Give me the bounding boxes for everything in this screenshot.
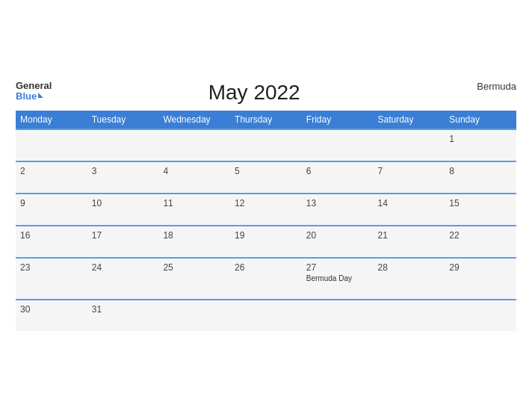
day-number: 11 (163, 198, 226, 208)
day-number: 16 (20, 230, 83, 241)
day-number: 23 (20, 262, 83, 273)
day-number: 6 (306, 166, 369, 176)
event-label: Bermuda Day (306, 274, 369, 282)
calendar-cell (16, 129, 87, 161)
day-number: 28 (378, 262, 441, 273)
calendar-cell: 29 (445, 258, 516, 300)
day-number: 25 (163, 262, 226, 273)
calendar-cell: 27Bermuda Day (302, 258, 374, 300)
logo-general-text: General (16, 81, 52, 91)
day-number: 13 (306, 198, 369, 208)
calendar-cell (374, 129, 445, 161)
day-number: 15 (449, 198, 512, 208)
day-number: 4 (163, 166, 226, 176)
day-number: 3 (92, 166, 155, 176)
calendar-cell (230, 129, 302, 161)
calendar-cell (158, 129, 230, 161)
calendar-week-row: 3031 (16, 300, 516, 331)
calendar-cell: 4 (158, 161, 230, 194)
calendar-cell: 13 (302, 194, 374, 226)
calendar-week-row: 16171819202122 (16, 226, 516, 258)
day-number: 2 (20, 166, 83, 176)
calendar-week-row: 1 (16, 129, 516, 161)
calendar-cell: 11 (158, 194, 230, 226)
logo-triangle-icon (38, 93, 43, 98)
calendar-cell (445, 300, 516, 331)
logo-blue-text: Blue (16, 91, 43, 102)
calendar-cell: 26 (230, 258, 302, 300)
day-number: 27 (306, 262, 369, 273)
weekday-header-wednesday: Wednesday (158, 111, 230, 129)
calendar-cell: 30 (16, 300, 87, 331)
day-number: 30 (20, 304, 83, 315)
weekday-header-friday: Friday (302, 111, 374, 129)
day-number: 21 (378, 230, 441, 241)
calendar-cell: 16 (16, 226, 87, 258)
calendar-cell: 25 (158, 258, 230, 300)
calendar-cell: 15 (445, 194, 516, 226)
day-number: 29 (449, 262, 512, 273)
day-number: 12 (235, 198, 297, 208)
calendar-cell: 3 (87, 161, 159, 194)
weekday-header-row: MondayTuesdayWednesdayThursdayFridaySatu… (16, 111, 516, 129)
day-number: 9 (20, 198, 83, 208)
calendar-cell (302, 300, 374, 331)
day-number: 14 (378, 198, 441, 208)
weekday-header-thursday: Thursday (230, 111, 302, 129)
day-number: 5 (235, 166, 297, 176)
calendar-header: General Blue May 2022 Bermuda (16, 81, 516, 105)
calendar-cell: 22 (445, 226, 516, 258)
day-number: 1 (449, 134, 512, 144)
calendar-cell: 18 (158, 226, 230, 258)
day-number: 10 (92, 198, 155, 208)
day-number: 26 (235, 262, 297, 273)
calendar-cell: 2 (16, 161, 87, 194)
calendar-cell: 10 (87, 194, 159, 226)
weekday-header-monday: Monday (16, 111, 87, 129)
calendar-cell: 31 (87, 300, 159, 331)
calendar-cell: 8 (445, 161, 516, 194)
calendar-cell: 7 (374, 161, 445, 194)
calendar-cell (87, 129, 159, 161)
region-label: Bermuda (457, 81, 516, 92)
calendar-cell: 20 (302, 226, 374, 258)
day-number: 31 (92, 304, 155, 315)
day-number: 20 (306, 230, 369, 241)
calendar-cell: 19 (230, 226, 302, 258)
calendar-week-row: 9101112131415 (16, 194, 516, 226)
logo: General Blue (16, 81, 52, 102)
calendar-cell: 12 (230, 194, 302, 226)
calendar-table: MondayTuesdayWednesdayThursdayFridaySatu… (16, 111, 516, 331)
calendar-cell: 1 (445, 129, 516, 161)
calendar-cell: 14 (374, 194, 445, 226)
calendar-cell (374, 300, 445, 331)
calendar-cell: 9 (16, 194, 87, 226)
calendar-cell (158, 300, 230, 331)
calendar-cell (302, 129, 374, 161)
day-number: 18 (163, 230, 226, 241)
calendar-cell: 24 (87, 258, 159, 300)
weekday-header-tuesday: Tuesday (87, 111, 159, 129)
calendar-container: General Blue May 2022 Bermuda MondayTues… (8, 69, 524, 342)
calendar-cell (230, 300, 302, 331)
calendar-body: 1234567891011121314151617181920212223242… (16, 129, 516, 331)
calendar-cell: 17 (87, 226, 159, 258)
weekday-header-saturday: Saturday (374, 111, 445, 129)
day-number: 19 (235, 230, 297, 241)
day-number: 24 (92, 262, 155, 273)
calendar-title: May 2022 (52, 81, 457, 105)
calendar-week-row: 2345678 (16, 161, 516, 194)
day-number: 7 (378, 166, 441, 176)
day-number: 17 (92, 230, 155, 241)
calendar-cell: 21 (374, 226, 445, 258)
calendar-cell: 6 (302, 161, 374, 194)
calendar-header-row: MondayTuesdayWednesdayThursdayFridaySatu… (16, 111, 516, 129)
calendar-cell: 23 (16, 258, 87, 300)
calendar-week-row: 2324252627Bermuda Day2829 (16, 258, 516, 300)
weekday-header-sunday: Sunday (445, 111, 516, 129)
calendar-cell: 28 (374, 258, 445, 300)
calendar-cell: 5 (230, 161, 302, 194)
day-number: 8 (449, 166, 512, 176)
day-number: 22 (449, 230, 512, 241)
